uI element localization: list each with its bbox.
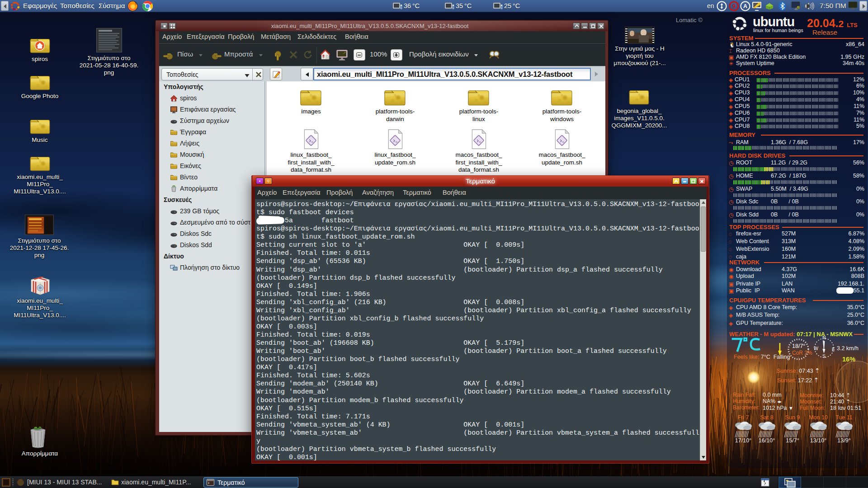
svg-text:9: 9 xyxy=(732,3,736,9)
svg-text:A: A xyxy=(743,3,747,9)
